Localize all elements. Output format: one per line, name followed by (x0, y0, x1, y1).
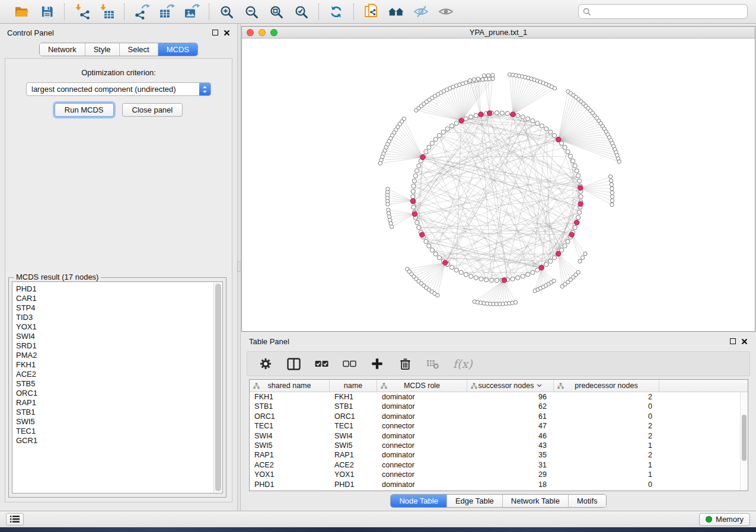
table-scrollbar[interactable] (740, 392, 748, 491)
mcds-scrollbar-thumb[interactable] (215, 284, 221, 491)
column-header-filler (659, 380, 748, 392)
first-neighbors-button[interactable] (387, 3, 406, 21)
table-row[interactable]: PHD1PHD1dominator180 (250, 480, 748, 489)
table-row[interactable]: RAP1RAP1dominator352 (250, 450, 748, 460)
mcds-result-item[interactable]: STB5 (16, 379, 209, 389)
file-group (5, 3, 64, 21)
import-table-button[interactable] (97, 3, 116, 21)
unchecked-boxes-icon (343, 360, 356, 368)
mcds-result-item[interactable]: SWI5 (16, 417, 209, 427)
close-panel-icon[interactable] (224, 30, 230, 36)
refresh-group (319, 3, 353, 21)
close-panel-button[interactable]: Close panel (122, 103, 183, 117)
float-panel-icon[interactable] (212, 30, 218, 36)
zoom-in-icon (219, 5, 234, 19)
list-icon (10, 515, 20, 523)
mcds-list-scrollbar[interactable] (213, 283, 222, 492)
export-image-icon (184, 4, 200, 20)
add-column-button[interactable] (369, 356, 385, 371)
tab-network-table[interactable]: Network Table (503, 495, 569, 507)
eye-icon (438, 5, 454, 18)
zoom-fit-button[interactable] (267, 3, 286, 21)
splitter-grip[interactable] (238, 261, 240, 272)
criterion-dropdown[interactable]: largest connected component (undirected) (26, 82, 211, 96)
delete-table-button[interactable] (425, 356, 441, 371)
table-row[interactable]: STB1STB1dominator620 (250, 402, 748, 411)
table-toolbar: f(x) (247, 351, 750, 376)
column-header-name[interactable]: name (330, 380, 377, 392)
clone-network-button[interactable] (362, 3, 381, 21)
tab-node-table[interactable]: Node Table (391, 495, 447, 507)
zoom-fit-icon (269, 5, 283, 19)
function-builder-button[interactable]: f(x) (453, 356, 473, 371)
refresh-view-button[interactable] (327, 3, 346, 21)
mcds-result-item[interactable]: FKH1 (16, 360, 209, 370)
network-window-title: YPA_prune.txt_1 (242, 28, 755, 37)
table-delete-icon (426, 358, 439, 369)
table-row[interactable]: TEC1TEC1connector472 (250, 421, 748, 431)
run-mcds-button[interactable]: Run MCDS (55, 103, 114, 117)
table-row[interactable]: FKH1FKH1dominator962 (250, 392, 748, 402)
hide-selected-button[interactable] (412, 3, 430, 21)
mcds-result-item[interactable]: ACE2 (16, 370, 209, 379)
column-header-successor-nodes[interactable]: successor nodes (467, 380, 554, 392)
mcds-result-item[interactable]: ORC1 (16, 389, 209, 398)
mcds-result-item[interactable]: PMA2 (16, 351, 209, 360)
zoom-out-button[interactable] (242, 3, 261, 21)
import-network-button[interactable] (72, 3, 91, 21)
houses-icon (388, 5, 404, 19)
zoom-selected-button[interactable] (292, 3, 311, 21)
export-image-button[interactable] (182, 3, 201, 21)
mcds-result-item[interactable]: PHD1 (16, 284, 209, 294)
search-input[interactable] (591, 7, 743, 16)
export-network-button[interactable] (132, 3, 151, 21)
network-canvas[interactable] (242, 39, 755, 331)
mcds-result-item[interactable]: SWI4 (16, 332, 209, 341)
close-table-panel-icon[interactable] (741, 338, 748, 345)
table-row[interactable]: YOX1YOX1connector291 (250, 470, 748, 479)
table-row[interactable]: SWI4SWI4dominator462 (250, 431, 748, 441)
mcds-result-item[interactable]: STP4 (16, 303, 209, 313)
cell-MCDS-role: dominator (377, 450, 467, 460)
dropdown-stepper-icon (199, 83, 210, 95)
deselect-all-rows-button[interactable] (342, 356, 357, 371)
cell-name: FKH1 (330, 392, 377, 402)
table-scrollbar-thumb[interactable] (742, 415, 747, 461)
mcds-result-item[interactable]: TID3 (16, 313, 209, 322)
memory-button[interactable]: Memory (699, 513, 750, 526)
mcds-result-item[interactable]: STB1 (16, 408, 209, 417)
zoom-in-button[interactable] (217, 3, 236, 21)
mcds-result-item[interactable]: TEC1 (16, 427, 209, 436)
delete-columns-button[interactable] (397, 356, 413, 371)
mcds-result-item[interactable]: GCR1 (16, 436, 209, 446)
tab-motifs[interactable]: Motifs (569, 495, 606, 507)
save-session-button[interactable] (37, 3, 56, 21)
split-panel-button[interactable] (286, 356, 301, 371)
mcds-result-item[interactable]: RAP1 (16, 398, 209, 408)
mcds-result-item[interactable]: SRD1 (16, 341, 209, 351)
column-header-MCDS-role[interactable]: MCDS role (377, 380, 467, 392)
mcds-result-item[interactable]: CAR1 (16, 294, 209, 303)
column-header-shared-name[interactable]: shared name (250, 380, 330, 392)
open-file-button[interactable] (12, 3, 31, 21)
cell-predecessor-nodes: 1 (554, 441, 659, 450)
cell-successor-nodes: 47 (467, 421, 554, 431)
tab-network[interactable]: Network (40, 43, 85, 56)
export-table-button[interactable] (157, 3, 176, 21)
cell-name: SWI4 (330, 431, 377, 441)
table-row[interactable]: ORC1ORC1dominator610 (250, 412, 748, 421)
table-settings-button[interactable] (258, 356, 273, 371)
table-row[interactable]: SWI5SWI5connector431 (250, 441, 748, 450)
tab-select[interactable]: Select (120, 43, 158, 56)
show-all-button[interactable] (436, 3, 455, 21)
log-console-button[interactable] (6, 513, 24, 525)
tab-style[interactable]: Style (85, 43, 120, 56)
table-row[interactable]: ACE2ACE2connector311 (250, 460, 748, 470)
select-all-rows-button[interactable] (314, 356, 329, 371)
float-table-panel-icon[interactable] (730, 338, 736, 344)
tab-mcds[interactable]: MCDS (158, 43, 197, 56)
tab-edge-table[interactable]: Edge Table (447, 495, 503, 507)
column-header-predecessor-nodes[interactable]: predecessor nodes (554, 380, 659, 392)
export-table-icon (159, 4, 175, 20)
mcds-result-item[interactable]: YOX1 (16, 322, 209, 332)
